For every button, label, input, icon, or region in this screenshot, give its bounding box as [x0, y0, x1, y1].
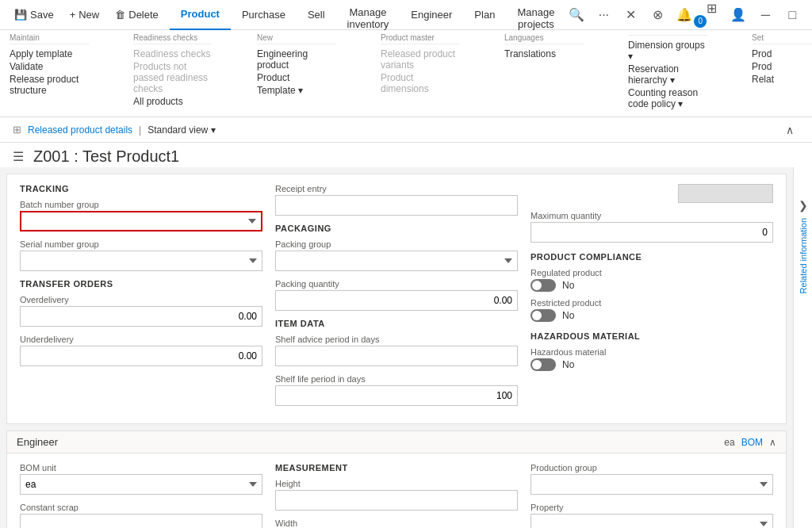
- ribbon-group-readiness-label: Readiness checks: [133, 33, 213, 44]
- max-quantity-field: Maximum quantity: [530, 211, 773, 243]
- save-button[interactable]: 💾 Save: [6, 6, 62, 24]
- constant-scrap-field: Constant scrap: [20, 503, 262, 528]
- user-button[interactable]: 👤: [727, 4, 749, 26]
- settings-button[interactable]: ⊗: [646, 4, 668, 26]
- ribbon-dimension-groups[interactable]: Dimension groups ▾: [628, 39, 707, 63]
- hazardous-toggle[interactable]: [530, 358, 556, 371]
- ribbon-readiness-checks[interactable]: Readiness checks: [133, 48, 213, 60]
- top-bar-right: 🔍 ··· ✕ ⊗ 🔔 ⊞ 0 👤 ─ □ ✕: [565, 0, 812, 33]
- save-icon: 💾: [14, 9, 27, 21]
- engineer-meta: ea BOM ∧: [724, 437, 776, 448]
- tab-sell[interactable]: Sell: [297, 0, 336, 30]
- ribbon-product[interactable]: Product: [257, 71, 336, 84]
- engineer-body: BOM unit ea Constant scrap MEASUREMENT: [7, 453, 786, 528]
- regulated-value: No: [562, 280, 574, 291]
- regulated-toggle[interactable]: [530, 279, 556, 292]
- overdelivery-input[interactable]: [20, 306, 262, 327]
- tab-plan[interactable]: Plan: [463, 0, 506, 30]
- property-field: Property: [530, 503, 773, 528]
- regulated-product-label: Regulated product: [530, 268, 773, 277]
- width-label: Width: [275, 518, 518, 528]
- ribbon-template[interactable]: Template ▾: [257, 84, 336, 97]
- shelf-advice-input[interactable]: [275, 346, 518, 366]
- underdelivery-input[interactable]: [20, 346, 262, 366]
- filter-icon: ⊞: [13, 124, 21, 136]
- tab-product[interactable]: Product: [170, 0, 231, 30]
- ribbon-engineering-product[interactable]: Engineering product: [257, 48, 336, 71]
- ribbon-group-languages-label: Languages: [504, 33, 584, 44]
- engineer-collapse-icon[interactable]: ∧: [769, 437, 776, 448]
- standard-view-btn[interactable]: Standard view ▾: [147, 124, 215, 136]
- max-quantity-input[interactable]: [530, 222, 773, 243]
- breadcrumb-link[interactable]: Released product details: [28, 124, 132, 136]
- ellipsis-button[interactable]: ···: [592, 4, 615, 26]
- ribbon-group-set: Set Prod Prod Relat: [752, 33, 812, 110]
- hazardous-material-header: HAZARDOUS MATERIAL: [530, 331, 773, 341]
- ribbon-collapse-btn[interactable]: ∧: [780, 121, 799, 140]
- breadcrumb-bar: ⊞ Released product details | Standard vi…: [0, 117, 812, 143]
- col-tracking: TRACKING Batch number group Serial numbe…: [20, 184, 262, 414]
- hamburger-icon[interactable]: ☰: [13, 149, 24, 164]
- shelf-life-field: Shelf life period in days: [275, 374, 518, 406]
- search-button[interactable]: 🔍: [565, 4, 588, 26]
- close-x-button[interactable]: ✕: [619, 4, 642, 26]
- batch-number-group-select[interactable]: [20, 211, 262, 231]
- constant-scrap-label: Constant scrap: [20, 503, 262, 512]
- bom-unit-field: BOM unit ea: [20, 463, 262, 495]
- bom-tag[interactable]: BOM: [741, 437, 763, 448]
- form-grid: TRACKING Batch number group Serial numbe…: [20, 184, 773, 414]
- height-field: Height: [275, 479, 518, 511]
- ribbon-translations[interactable]: Translations: [504, 48, 584, 60]
- serial-number-group-select[interactable]: [20, 251, 262, 271]
- new-button[interactable]: + New: [62, 6, 108, 24]
- shelf-life-input[interactable]: [275, 385, 518, 406]
- notification-button[interactable]: 🔔: [673, 4, 695, 26]
- property-select[interactable]: [530, 514, 773, 528]
- save-label: Save: [30, 9, 54, 21]
- ribbon-counting-reason[interactable]: Counting reason code policy ▾: [628, 86, 707, 110]
- packing-quantity-input[interactable]: [275, 290, 518, 311]
- batch-number-group-label: Batch number group: [20, 200, 262, 209]
- ribbon-validate[interactable]: Validate: [10, 60, 89, 73]
- overdelivery-field: Overdelivery: [20, 295, 262, 327]
- right-sidebar: ❯ Related information: [793, 167, 812, 528]
- tab-manage-projects[interactable]: Manage projects: [506, 0, 565, 30]
- maximize-button[interactable]: □: [781, 4, 803, 26]
- sidebar-collapse-btn[interactable]: ❯: [799, 199, 808, 212]
- serial-number-group-label: Serial number group: [20, 239, 262, 249]
- ribbon-reservation-hierarchy[interactable]: Reservation hierarchy ▾: [628, 63, 707, 86]
- page-title-bar: ☰ Z001 : Test Product1: [0, 143, 812, 167]
- ribbon-release-product[interactable]: Release product structure: [10, 73, 89, 97]
- ribbon-all-products[interactable]: All products: [133, 95, 213, 108]
- width-field: Width: [275, 518, 518, 528]
- content-area: TRACKING Batch number group Serial numbe…: [0, 167, 793, 528]
- top-bar: 💾 Save + New 🗑 Delete Product Purchase S…: [0, 0, 812, 30]
- bom-unit-select[interactable]: ea: [20, 474, 262, 495]
- minimize-button[interactable]: ─: [754, 4, 776, 26]
- packing-group-select[interactable]: [275, 251, 518, 271]
- receipt-entry-input[interactable]: [275, 195, 518, 216]
- ribbon-apply-template[interactable]: Apply template: [10, 48, 89, 60]
- hazardous-toggle-field: No: [530, 358, 773, 371]
- production-group-select[interactable]: [530, 474, 773, 495]
- engineer-col-2: MEASUREMENT Height Width: [275, 463, 518, 528]
- ribbon-product-dimensions[interactable]: Product dimensions: [381, 71, 460, 95]
- shelf-life-label: Shelf life period in days: [275, 374, 518, 384]
- tab-engineer[interactable]: Engineer: [400, 0, 463, 30]
- packing-quantity-label: Packing quantity: [275, 279, 518, 289]
- ribbon-not-passed[interactable]: Products not passed readiness checks: [133, 60, 213, 95]
- underdelivery-label: Underdelivery: [20, 335, 262, 344]
- delete-button[interactable]: 🗑 Delete: [107, 6, 167, 24]
- ribbon: Maintain Apply template Validate Release…: [0, 30, 812, 117]
- constant-scrap-input[interactable]: [20, 514, 262, 528]
- ribbon-released-variants[interactable]: Released product variants: [381, 48, 460, 71]
- related-information-label[interactable]: Related information: [799, 218, 808, 293]
- production-group-label: Production group: [530, 463, 773, 473]
- window-close-button[interactable]: ✕: [808, 4, 812, 26]
- batch-number-group-field: Batch number group: [20, 200, 262, 231]
- measurement-header: MEASUREMENT: [275, 463, 518, 473]
- tab-manage-inventory[interactable]: Manage inventory: [336, 0, 400, 30]
- restricted-toggle[interactable]: [530, 309, 556, 322]
- tab-purchase[interactable]: Purchase: [231, 0, 297, 30]
- height-input[interactable]: [275, 490, 518, 511]
